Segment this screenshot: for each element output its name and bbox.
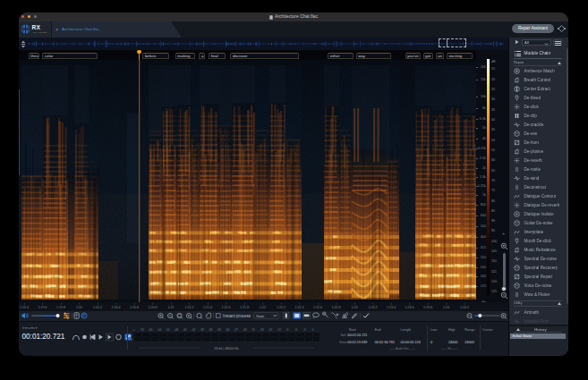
svg-text:1:21: 1:21 <box>168 306 175 309</box>
svg-text:1:21.8: 1:21.8 <box>240 306 249 309</box>
svg-text:-6: -6 <box>294 328 297 332</box>
svg-text:-39: -39 <box>200 328 204 332</box>
svg-text:1:23.2: 1:23.2 <box>369 306 378 309</box>
svg-text:1:21.2: 1:21.2 <box>185 306 194 309</box>
svg-text:1:23: 1:23 <box>352 306 358 309</box>
svg-text:1:23.8: 1:23.8 <box>423 306 432 309</box>
svg-text:24-bit | 48000 Hz: 24-bit | 48000 Hz <box>214 347 239 350</box>
svg-text:1:22.6: 1:22.6 <box>313 306 322 309</box>
svg-text:-54: -54 <box>157 328 161 332</box>
svg-text:1:19.4: 1:19.4 <box>20 306 29 309</box>
svg-text:1:20.4: 1:20.4 <box>112 306 121 309</box>
svg-text:-12: -12 <box>277 328 281 332</box>
svg-text:-21: -21 <box>251 328 255 332</box>
svg-text:-70: -70 <box>140 328 144 332</box>
svg-text:Instant process: Instant process <box>223 314 251 318</box>
svg-text:1:22.2: 1:22.2 <box>277 306 285 309</box>
svg-text:-27: -27 <box>234 328 238 332</box>
svg-text:1:22.8: 1:22.8 <box>332 306 341 309</box>
svg-text:Gain: Gain <box>256 314 265 318</box>
svg-text:1:19.6: 1:19.6 <box>38 306 47 309</box>
svg-text:-15: -15 <box>268 328 272 332</box>
svg-text:1:20.6: 1:20.6 <box>130 306 139 309</box>
svg-text:-3: -3 <box>303 328 306 332</box>
svg-text:-∞: -∞ <box>132 328 135 332</box>
svg-text:1:23.4: 1:23.4 <box>387 306 396 309</box>
svg-text:R: R <box>131 338 132 342</box>
svg-text:-42: -42 <box>192 328 196 332</box>
svg-text:-60: -60 <box>149 328 153 332</box>
svg-text:1:19.8: 1:19.8 <box>56 306 65 309</box>
svg-text:-24: -24 <box>243 328 247 332</box>
svg-text:1:21.6: 1:21.6 <box>222 306 231 309</box>
svg-text:0: 0 <box>312 328 314 332</box>
svg-text:-9: -9 <box>285 328 288 332</box>
svg-text:-51: -51 <box>166 328 170 332</box>
svg-text:1:22: 1:22 <box>260 306 266 309</box>
svg-text:1:21.4: 1:21.4 <box>203 306 212 309</box>
svg-text:1:22.4: 1:22.4 <box>295 306 304 309</box>
svg-text:1:23.6: 1:23.6 <box>405 306 414 309</box>
svg-text:1:24.2: 1:24.2 <box>460 306 469 309</box>
svg-text:L: L <box>131 334 132 337</box>
svg-text:1:20: 1:20 <box>76 306 82 309</box>
svg-text:-33: -33 <box>217 328 221 332</box>
svg-text:-18: -18 <box>260 328 264 332</box>
svg-text:-36: -36 <box>209 328 213 332</box>
svg-text:1:20.8: 1:20.8 <box>149 306 158 309</box>
svg-text:1:20.2: 1:20.2 <box>93 306 102 309</box>
svg-text:-45: -45 <box>183 328 187 332</box>
svg-text:1:24: 1:24 <box>443 306 449 309</box>
svg-text:-48: -48 <box>174 328 178 332</box>
svg-text:-30: -30 <box>226 328 230 332</box>
